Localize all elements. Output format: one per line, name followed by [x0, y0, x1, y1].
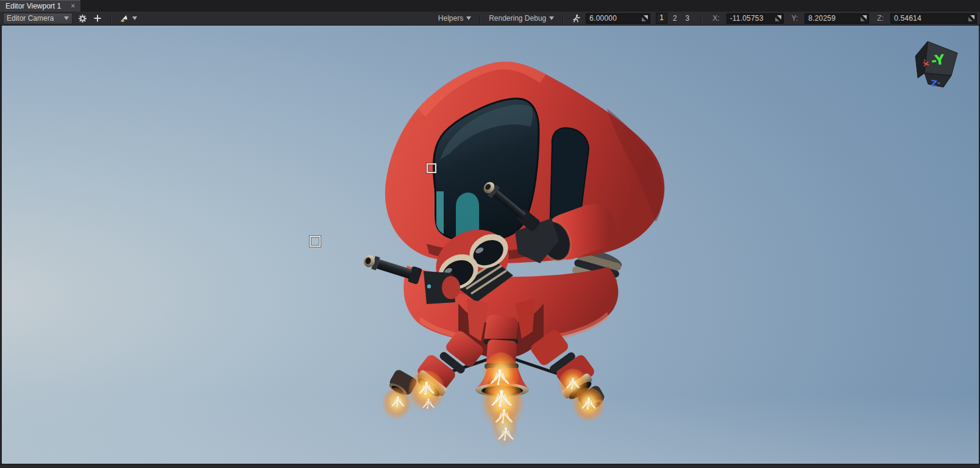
- camera-speed-value: 6.00000: [589, 14, 617, 23]
- toolbar-separator: [701, 14, 701, 23]
- tab-editor-viewport-1[interactable]: Editor Viewport 1 ×: [0, 0, 80, 12]
- plus-icon[interactable]: [92, 13, 103, 24]
- robot-right-arm: [481, 179, 622, 268]
- robot-render: [2, 26, 979, 464]
- camera-y-value: 8.20259: [808, 14, 836, 23]
- camera-y-input[interactable]: 8.20259: [804, 13, 869, 24]
- entity-helper-icon[interactable]: [310, 236, 321, 247]
- toolbar-separator: [480, 14, 480, 23]
- tab-label: Editor Viewport 1: [5, 2, 61, 10]
- camera-x-value: -11.05753: [730, 14, 764, 23]
- robot-right-shoulder-gear: [567, 215, 624, 300]
- gear-icon[interactable]: [77, 13, 88, 24]
- viewport-toolbar: Editor Camera: [0, 12, 980, 26]
- chevron-down-icon: [64, 16, 69, 20]
- robot-visor: [433, 99, 539, 241]
- window-bottom-edge: [0, 464, 980, 468]
- helpers-dropdown[interactable]: Helpers: [437, 14, 472, 23]
- toolbar-separator: [110, 14, 111, 23]
- camera-x-input[interactable]: -11.05753: [726, 13, 784, 24]
- viewport-tab-bar: Editor Viewport 1 ×: [0, 0, 980, 12]
- camera-selector-label: Editor Camera: [7, 14, 54, 23]
- z-axis-label: Z:: [877, 14, 884, 23]
- y-axis-label: Y:: [792, 14, 798, 23]
- chevron-down-icon[interactable]: [132, 16, 137, 20]
- robot-legs: [386, 328, 608, 414]
- robot-torso: [403, 218, 618, 344]
- thruster-flames: [382, 352, 605, 447]
- chevron-down-icon: [549, 16, 554, 20]
- close-icon[interactable]: ×: [71, 2, 75, 10]
- speed-preset-3[interactable]: 3: [683, 13, 693, 23]
- camera-speed-input[interactable]: 6.00000: [586, 13, 650, 24]
- entity-tool-icon[interactable]: [118, 13, 129, 24]
- gizmo-front-label: -Y: [931, 52, 946, 68]
- robot-hips: [458, 299, 544, 358]
- diagonal-drag-icon[interactable]: [642, 15, 648, 21]
- render-viewport[interactable]: -Y -X -Z: [2, 26, 979, 464]
- diagonal-drag-icon[interactable]: [861, 15, 867, 21]
- x-axis-label: X:: [712, 14, 719, 23]
- gizmo-bottom-label: -Z: [930, 78, 941, 89]
- camera-z-value: 0.54614: [894, 14, 921, 23]
- helpers-label: Helpers: [438, 14, 463, 23]
- camera-selector-dropdown[interactable]: Editor Camera: [3, 13, 73, 24]
- speed-preset-1[interactable]: 1: [656, 13, 667, 24]
- rendering-debug-dropdown[interactable]: Rendering Debug: [488, 14, 555, 23]
- speed-preset-2[interactable]: 2: [670, 13, 680, 23]
- run-icon: [570, 13, 581, 24]
- camera-z-input[interactable]: 0.54614: [890, 13, 977, 24]
- diagonal-drag-icon[interactable]: [775, 15, 781, 21]
- axis-gizmo-cube[interactable]: -Y -X -Z: [909, 38, 967, 95]
- entity-helper-icon[interactable]: [427, 163, 436, 173]
- chevron-down-icon: [466, 16, 471, 20]
- rendering-debug-label: Rendering Debug: [489, 14, 546, 23]
- toolbar-separator: [563, 14, 563, 23]
- robot-left-arm: [361, 252, 460, 304]
- robot-head: [385, 62, 664, 263]
- diagonal-drag-icon[interactable]: [968, 15, 975, 21]
